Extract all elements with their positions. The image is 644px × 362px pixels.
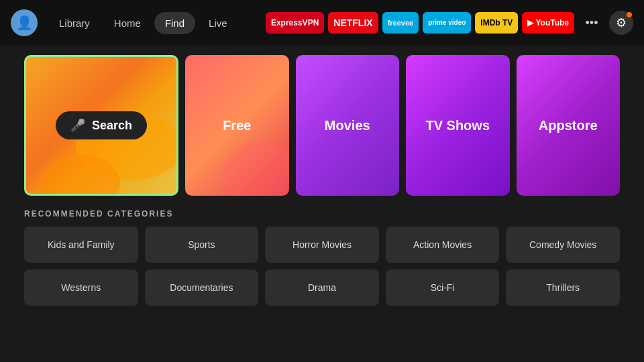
category-thrillers[interactable]: Thrillers [506,269,620,306]
settings-button[interactable]: ⚙ [609,11,633,35]
category-grid-row1: Kids and Family Sports Horror Movies Act… [24,227,620,263]
app-prime[interactable]: prime video [423,12,471,34]
category-westerns[interactable]: Westerns [24,269,138,306]
tile-tvshows[interactable]: TV Shows [406,55,510,196]
category-drama[interactable]: Drama [265,269,379,306]
tile-free[interactable]: Free [185,55,289,196]
main-content: 🎤 Search Free Movies TV Shows Appstore R… [0,46,644,316]
tile-tvshows-label: TV Shows [425,118,490,133]
tile-appstore-label: Appstore [539,118,598,133]
tile-movies[interactable]: Movies [296,55,400,196]
app-netflix[interactable]: NETFLIX [328,12,378,34]
tile-free-label: Free [223,118,251,133]
nav-library[interactable]: Library [48,12,101,34]
top-nav: 👤 Library Home Find Live ExpressVPN NETF… [0,0,644,46]
nav-home[interactable]: Home [103,12,152,34]
category-grid-row2: Westerns Documentaries Drama Sci-Fi Thri… [24,269,620,306]
nav-links: Library Home Find Live [48,12,238,34]
tile-search[interactable]: 🎤 Search [24,55,178,196]
category-sports[interactable]: Sports [145,227,259,263]
app-youtube[interactable]: ▶ YouTube [522,12,574,34]
app-imdb[interactable]: IMDb TV [475,12,518,34]
search-label: Search [92,119,132,133]
nav-find[interactable]: Find [154,12,195,34]
search-button[interactable]: 🎤 Search [56,111,147,139]
app-freevee[interactable]: freevee [382,12,419,34]
category-horror-movies[interactable]: Horror Movies [265,227,379,263]
app-icons: ExpressVPN NETFLIX freevee prime video I… [266,12,574,34]
settings-notification-dot [627,12,632,17]
category-action-movies[interactable]: Action Movies [386,227,500,263]
category-kids-family[interactable]: Kids and Family [24,227,138,263]
tile-appstore[interactable]: Appstore [517,55,621,196]
top-tiles: 🎤 Search Free Movies TV Shows Appstore [24,55,620,196]
category-comedy-movies[interactable]: Comedy Movies [506,227,620,263]
avatar[interactable]: 👤 [11,9,38,36]
mic-icon: 🎤 [70,118,85,133]
app-expressvpn[interactable]: ExpressVPN [266,12,324,34]
category-documentaries[interactable]: Documentaries [145,269,259,306]
nav-live[interactable]: Live [198,12,238,34]
category-scifi[interactable]: Sci-Fi [386,269,500,306]
more-button[interactable]: ••• [580,12,604,34]
recommended-section: RECOMMENDED CATEGORIES Kids and Family S… [24,209,620,306]
section-label: RECOMMENDED CATEGORIES [24,209,620,219]
tile-movies-label: Movies [325,118,370,133]
